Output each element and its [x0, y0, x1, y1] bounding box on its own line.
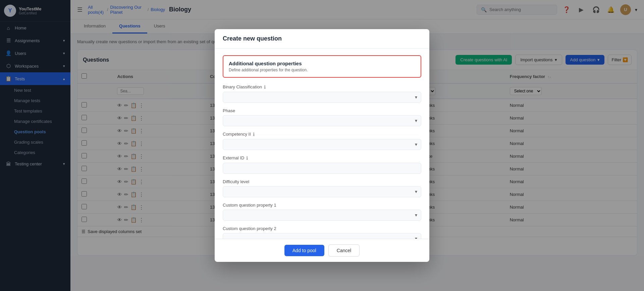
phase-group: Phase: [223, 108, 421, 126]
modal-overlay: Create new question Additional question …: [0, 0, 644, 291]
competency-select[interactable]: [223, 139, 421, 150]
difficulty-level-wrapper: [223, 186, 421, 197]
create-question-modal: Create new question Additional question …: [215, 29, 429, 262]
custom-prop-1-wrapper: [223, 210, 421, 221]
competency-group: Competency II ℹ: [223, 132, 421, 150]
add-to-pool-button[interactable]: Add to pool: [284, 245, 324, 256]
cancel-button[interactable]: Cancel: [328, 244, 360, 257]
difficulty-level-select[interactable]: [223, 186, 421, 197]
external-id-group: External ID ℹ: [223, 155, 421, 174]
difficulty-level-group: Difficulty level: [223, 179, 421, 197]
modal-title: Create new question: [223, 35, 282, 42]
custom-prop-1-select[interactable]: [223, 210, 421, 221]
binary-classification-group: Binary Classification ℹ: [223, 84, 421, 103]
difficulty-level-label: Difficulty level: [223, 179, 421, 184]
phase-label: Phase: [223, 108, 421, 113]
phase-select[interactable]: [223, 115, 421, 126]
binary-classification-wrapper: [223, 92, 421, 103]
modal-body: Additional question properties Define ad…: [215, 49, 429, 239]
binary-info-icon[interactable]: ℹ: [264, 84, 266, 90]
custom-prop-2-label: Custom question property 2: [223, 226, 421, 231]
binary-classification-select[interactable]: [223, 92, 421, 103]
custom-prop-2-wrapper: [223, 233, 421, 239]
section-subtitle: Define additional properties for the que…: [229, 68, 415, 72]
additional-properties-section: Additional question properties Define ad…: [223, 55, 421, 78]
modal-header: Create new question: [215, 29, 429, 49]
phase-wrapper: [223, 115, 421, 126]
custom-prop-1-label: Custom question property 1: [223, 203, 421, 208]
competency-wrapper: [223, 139, 421, 150]
external-id-input[interactable]: [223, 163, 421, 174]
custom-prop-2-select[interactable]: [223, 233, 421, 239]
modal-footer: Add to pool Cancel: [215, 239, 429, 262]
external-id-info-icon[interactable]: ℹ: [246, 155, 248, 161]
binary-classification-label: Binary Classification ℹ: [223, 84, 421, 90]
competency-info-icon[interactable]: ℹ: [253, 132, 255, 137]
custom-prop-2-group: Custom question property 2: [223, 226, 421, 239]
section-title: Additional question properties: [229, 61, 415, 66]
custom-prop-1-group: Custom question property 1: [223, 203, 421, 221]
competency-label: Competency II ℹ: [223, 132, 421, 137]
external-id-label: External ID ℹ: [223, 155, 421, 161]
